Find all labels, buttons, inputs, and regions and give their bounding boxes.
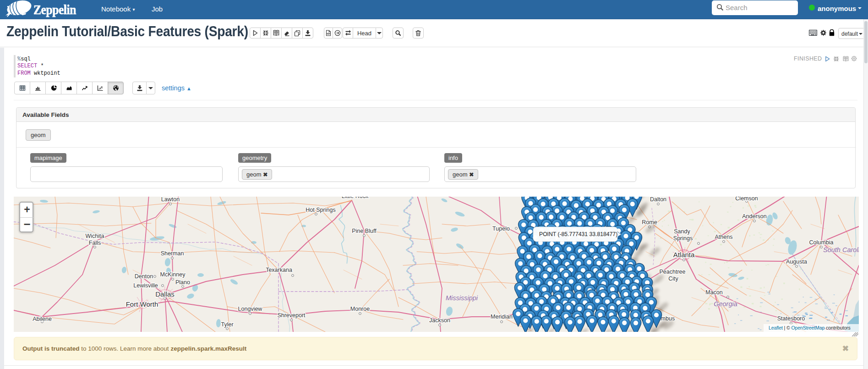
svg-text:Abilene: Abilene — [33, 316, 52, 322]
svg-text:Jackson: Jackson — [429, 317, 450, 324]
svg-text:Sandy: Sandy — [674, 228, 690, 235]
svg-text:Dallas: Dallas — [155, 290, 175, 298]
svg-text:Macon: Macon — [705, 289, 723, 296]
svg-text:Anderson: Anderson — [742, 213, 767, 220]
svg-text:Lewisville: Lewisville — [133, 282, 158, 289]
svg-text:Sherman: Sherman — [161, 250, 184, 257]
svg-text:Dalton: Dalton — [650, 197, 666, 203]
svg-text:Clemson: Clemson — [735, 197, 758, 202]
svg-text:Mississippi: Mississippi — [446, 294, 478, 302]
svg-text:South Carolina: South Carolina — [823, 246, 859, 253]
svg-text:Rome: Rome — [642, 219, 657, 226]
svg-text:Longview: Longview — [238, 306, 263, 312]
svg-text:Denton: Denton — [135, 273, 153, 280]
svg-text:City: City — [668, 275, 678, 282]
svg-text:Georgia: Georgia — [714, 300, 737, 308]
svg-text:Monroe: Monroe — [350, 306, 370, 312]
svg-text:Wichita: Wichita — [86, 233, 104, 239]
svg-text:Falls: Falls — [89, 240, 101, 246]
svg-text:Springs: Springs — [673, 235, 693, 242]
svg-text:Athens: Athens — [715, 234, 733, 240]
svg-text:Statesboro: Statesboro — [777, 315, 805, 322]
svg-text:Plano: Plano — [175, 279, 190, 286]
svg-text:Little Rock: Little Rock — [342, 197, 369, 199]
svg-text:Columbia: Columbia — [809, 239, 834, 246]
svg-text:McKinney: McKinney — [160, 271, 186, 278]
svg-text:POINT (-85.777431 33.818477): POINT (-85.777431 33.818477) — [539, 231, 617, 237]
svg-text:Hot Springs: Hot Springs — [306, 207, 335, 213]
svg-text:Lawton: Lawton — [161, 197, 180, 203]
svg-text:Tyler: Tyler — [221, 321, 233, 328]
svg-text:Peachtree: Peachtree — [660, 269, 686, 275]
svg-text:Tupelo: Tupelo — [492, 226, 510, 232]
svg-text:Texarkana: Texarkana — [266, 267, 292, 273]
svg-text:Leaflet | © OpenStreetMap cont: Leaflet | © OpenStreetMap contributors — [769, 325, 851, 330]
svg-text:Meridian: Meridian — [491, 314, 513, 320]
svg-text:Atlanta: Atlanta — [673, 251, 695, 259]
svg-text:Pine Bluff: Pine Bluff — [352, 228, 377, 234]
svg-text:Shreveport: Shreveport — [277, 312, 306, 319]
svg-text:Fort Worth: Fort Worth — [126, 300, 158, 308]
svg-text:Augusta: Augusta — [786, 259, 807, 265]
